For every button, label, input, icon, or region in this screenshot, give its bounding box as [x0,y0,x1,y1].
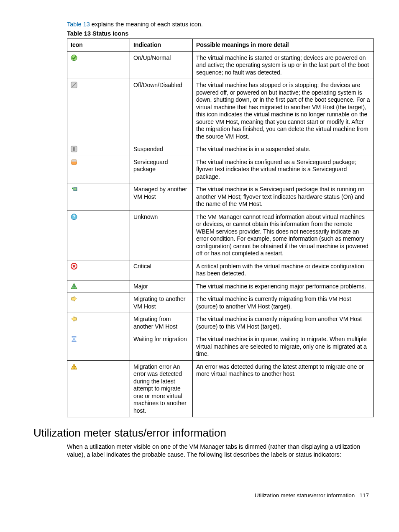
meaning-cell: The virtual machine is configured as a S… [193,156,374,183]
meaning-cell: The virtual machine is started or starti… [193,51,374,79]
meaning-cell: An error was detected during the latest … [193,360,374,417]
meaning-cell: The virtual machine is in queue, waiting… [193,333,374,361]
col-header-meaning: Possible meanings in more detail [193,39,374,52]
table-row: Migration error An error was detected du… [67,360,374,417]
indication-cell: Critical [130,260,193,280]
disabled-icon [67,79,130,143]
indication-cell: Managed by another VM Host [130,183,193,211]
indication-cell: On/Up/Normal [130,51,193,79]
migrating-to-icon [67,293,130,313]
indication-cell: Waiting for migration [130,333,193,361]
table-row: On/Up/NormalThe virtual machine is start… [67,51,374,79]
table-row: CriticalA critical problem with the virt… [67,260,374,280]
major-icon [67,280,130,293]
meaning-cell: The virtual machine is in a suspended st… [193,143,374,156]
meaning-cell: A critical problem with the virtual mach… [193,260,374,280]
table-row: Managed by another VM HostThe virtual ma… [67,183,374,211]
serviceguard-icon [67,156,130,183]
table-row: SuspendedThe virtual machine is in a sus… [67,143,374,156]
waiting-migration-icon [67,333,130,361]
indication-cell: Major [130,280,193,293]
status-icons-table: Icon Indication Possible meanings in mor… [67,39,374,417]
indication-cell: Unknown [130,211,193,260]
indication-cell: Serviceguard package [130,156,193,183]
meaning-cell: The virtual machine is currently migrati… [193,313,374,333]
unknown-icon [67,211,130,260]
table-row: Migrating to another VM HostThe virtual … [67,293,374,313]
suspended-icon [67,143,130,156]
meaning-cell: The virtual machine is experiencing majo… [193,280,374,293]
indication-cell: Migration error An error was detected du… [130,360,193,417]
indication-cell: Migrating from another VM Host [130,313,193,333]
managed-other-icon [67,183,130,211]
normal-icon [67,51,130,79]
page-footer: Utilization meter status/error informati… [33,492,374,499]
critical-icon [67,260,130,280]
section-body: When a utilization meter visible on one … [67,443,374,459]
table-row: Waiting for migrationThe virtual machine… [67,333,374,361]
intro-rest: explains the meaning of each status icon… [90,21,203,28]
migrating-from-icon [67,313,130,333]
col-header-icon: Icon [67,39,130,52]
meaning-cell: The virtual machine has stopped or is st… [193,79,374,143]
section-heading: Utilization meter status/error informati… [33,427,374,439]
footer-title: Utilization meter status/error informati… [255,492,355,499]
table-ref-link[interactable]: Table 13 [67,21,90,28]
indication-cell: Suspended [130,143,193,156]
intro-paragraph: Table 13 explains the meaning of each st… [67,21,374,28]
table-caption: Table 13 Status icons [67,30,374,37]
table-row: Serviceguard packageThe virtual machine … [67,156,374,183]
migration-error-icon [67,360,130,417]
table-row: Migrating from another VM HostThe virtua… [67,313,374,333]
meaning-cell: The VM Manager cannot read information a… [193,211,374,260]
meaning-cell: The virtual machine is a Serviceguard pa… [193,183,374,211]
table-row: Off/Down/DisabledThe virtual machine has… [67,79,374,143]
indication-cell: Migrating to another VM Host [130,293,193,313]
footer-page: 117 [359,492,369,499]
table-row: MajorThe virtual machine is experiencing… [67,280,374,293]
meaning-cell: The virtual machine is currently migrati… [193,293,374,313]
indication-cell: Off/Down/Disabled [130,79,193,143]
col-header-indication: Indication [130,39,193,52]
table-row: UnknownThe VM Manager cannot read inform… [67,211,374,260]
